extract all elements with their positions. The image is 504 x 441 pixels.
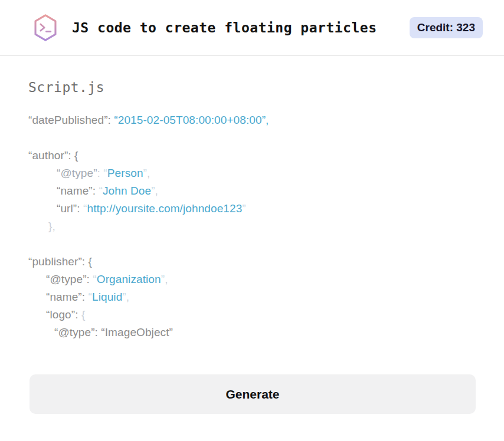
code-block: “datePublished”: “2015-02-05T08:00:00+08… [28,111,476,341]
code-line-blank [28,129,476,147]
code-line: “@type”: “Person”, [28,164,476,182]
code-token: “name” [57,185,93,197]
code-token: : [77,202,83,215]
code-token: ” [242,202,246,215]
code-token: { [81,308,85,321]
credit-badge: Credit: 323 [410,17,483,38]
code-token: Organization [97,273,161,285]
generate-button[interactable]: Generate [30,374,476,414]
page-title: JS code to create floating particles [72,20,377,35]
code-line: “author”: { [28,147,476,164]
app-window: JS code to create floating particles Cre… [0,0,504,414]
code-token: : [87,273,93,285]
code-line: “name”: “Liquid”, [28,288,476,306]
code-token: “@type” [46,273,87,285]
code-line: “url”: “http://yoursite.com/johndoe123” [28,200,476,218]
code-token: http://yoursite.com/johndoe123 [87,202,242,215]
code-token: }, [48,220,55,232]
code-token: , [126,291,129,303]
code-line: }, [28,218,476,235]
main-content: Script.js “datePublished”: “2015-02-05T0… [0,80,504,414]
code-line: “@type”: “ImageObject” [28,324,476,341]
code-token: : [82,291,89,303]
code-token: : [93,185,99,197]
code-token: “2015-02-05T08:00:00+08:00”, [114,114,269,126]
code-token: “@type” [57,167,97,179]
code-line-blank [28,235,476,253]
code-line: “@type”: “Organization”, [28,271,476,288]
code-token: “author”: { [28,149,78,162]
code-token: , [165,273,168,285]
code-token: : [75,308,81,321]
code-line: “publisher”: { [28,253,476,271]
code-token: “datePublished”: [28,114,114,126]
code-token: Liquid [92,291,122,303]
code-token: “@type”: “ImageObject” [54,326,173,338]
file-title: Script.js [28,80,476,95]
code-token: , [147,167,150,179]
code-token: Person [107,167,143,179]
code-token: “url” [57,202,77,215]
code-token: “logo” [46,308,75,321]
code-token: “publisher”: { [28,255,92,268]
header: JS code to create floating particles Cre… [0,0,504,56]
code-token: : [97,167,104,179]
code-line: “logo”: { [28,306,476,324]
code-token: John Doe [103,185,151,197]
code-token: “name” [46,291,82,303]
code-line: “datePublished”: “2015-02-05T08:00:00+08… [28,111,476,129]
code-token: , [155,185,158,197]
code-line: “name”: “John Doe”, [28,182,476,200]
terminal-prompt-hexagon-icon [32,14,58,42]
